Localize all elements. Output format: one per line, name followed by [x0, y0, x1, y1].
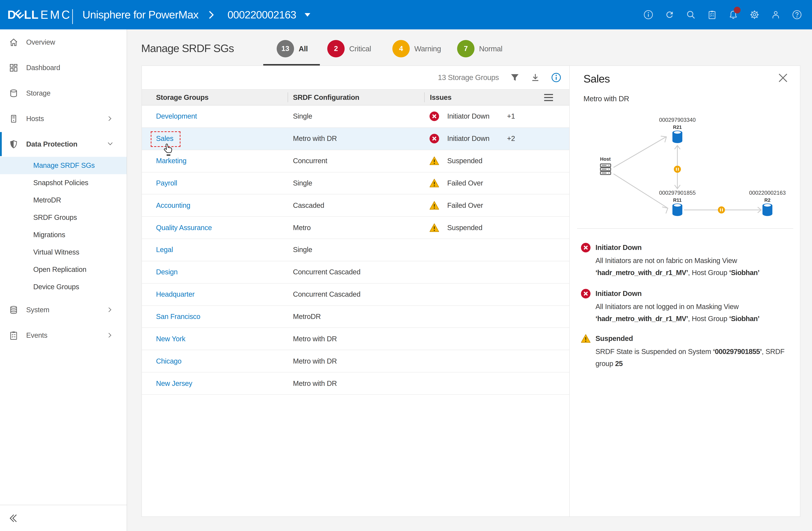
sidebar-item-data-protection[interactable]: Data Protection	[0, 131, 127, 157]
panel-subtitle: Metro with DR	[583, 95, 629, 103]
node-r2: 000220002163 R2	[749, 190, 786, 216]
close-icon[interactable]	[777, 72, 789, 84]
sidebar-subitem-metrodr[interactable]: MetroDR	[0, 191, 127, 209]
sidebar-subitem-virtual-witness[interactable]: Virtual Witness	[0, 244, 127, 261]
node-role: R21	[673, 125, 682, 130]
table-row-headquarter[interactable]: Headquarter Concurrent Cascaded	[142, 284, 569, 306]
sidebar-item-hosts[interactable]: Hosts	[0, 106, 127, 131]
column-settings-icon[interactable]	[543, 92, 554, 103]
node-role: R2	[765, 198, 771, 203]
topbar-actions	[643, 0, 802, 29]
sidebar-subitem-device-groups[interactable]: Device Groups	[0, 278, 127, 296]
error-icon	[581, 289, 591, 298]
top-bar: DELL EMC Unisphere for PowerMax 00022000…	[0, 0, 812, 29]
collapse-sidebar-icon[interactable]	[8, 513, 18, 523]
sidebar-item-events[interactable]: Events	[0, 322, 127, 348]
srdf-configuration-cell: Metro with DR	[293, 350, 337, 372]
table-row-san-francisco[interactable]: San Francisco MetroDR	[142, 306, 569, 328]
dell-wordmark: DELL	[8, 8, 39, 21]
table-row-marketing[interactable]: Marketing Concurrent Suspended	[142, 150, 569, 172]
table-row-sales[interactable]: Sales Metro with DR Initiator Down +2	[142, 128, 569, 150]
srdf-configuration-cell: Single	[293, 105, 312, 127]
issue-cell: Failed Over	[430, 195, 483, 216]
search-icon[interactable]	[686, 10, 696, 19]
dell-emc-logo[interactable]: DELL EMC	[8, 0, 72, 29]
sidebar-subitem-srdf-groups[interactable]: SRDF Groups	[0, 209, 127, 226]
storage-group-link[interactable]: Quality Assurance	[156, 217, 212, 239]
table-row-new-york[interactable]: New York Metro with DR	[142, 328, 569, 350]
host-server-icon	[9, 114, 18, 124]
help-icon[interactable]	[792, 10, 802, 19]
table-row-chicago[interactable]: Chicago Metro with DR	[142, 350, 569, 373]
alerts-bell-icon[interactable]	[728, 10, 738, 19]
mouse-cursor-hand-icon	[163, 143, 173, 157]
more-issues-count: +1	[507, 105, 515, 127]
sidebar-subitem-migrations[interactable]: Migrations	[0, 226, 127, 244]
table-row-new-jersey[interactable]: New Jersey Metro with DR	[142, 372, 569, 395]
storage-group-link[interactable]: Headquarter	[156, 284, 194, 305]
table-row-payroll[interactable]: Payroll Single Failed Over	[142, 172, 569, 195]
panel-title: Sales	[583, 73, 610, 85]
warning-icon	[430, 178, 439, 188]
settings-gear-icon[interactable]	[750, 10, 759, 19]
tab-warning[interactable]: 4 Warning	[392, 40, 441, 57]
column-header-storage-groups[interactable]: Storage Groups	[156, 89, 208, 105]
srdf-configuration-cell: Metro	[293, 217, 311, 239]
table-row-design[interactable]: Design Concurrent Cascaded	[142, 261, 569, 284]
srdf-configuration-cell: Cascaded	[293, 195, 324, 216]
table-toolbar: 13 Storage Groups	[142, 66, 569, 89]
storage-group-link[interactable]: Legal	[156, 239, 173, 261]
emc-wordmark: EMC	[40, 8, 72, 21]
sidebar-item-dashboard[interactable]: Dashboard	[0, 55, 127, 80]
storage-group-link[interactable]: New York	[156, 328, 185, 350]
column-separator	[424, 92, 424, 102]
table-body: Development Single Initiator Down +1 Sal…	[142, 105, 569, 395]
refresh-icon[interactable]	[665, 10, 675, 19]
table-row-legal[interactable]: Legal Single	[142, 239, 569, 261]
jobs-clipboard-icon[interactable]	[707, 10, 717, 19]
sidebar-subitem-snapshot-policies[interactable]: Snapshot Policies	[0, 174, 127, 191]
storage-group-link[interactable]: Design	[156, 261, 178, 283]
sidebar-subitem-open-replication[interactable]: Open Replication	[0, 261, 127, 278]
tab-all[interactable]: 13 All	[277, 40, 308, 57]
sidebar-item-system[interactable]: System	[0, 297, 127, 322]
device-switcher[interactable]: 000220002163	[228, 0, 310, 29]
tab-normal-count-badge: 7	[457, 40, 475, 57]
storage-group-link[interactable]: Chicago	[156, 350, 182, 372]
subnav-item-label: Manage SRDF SGs	[33, 161, 95, 170]
storage-groups-count: 13 Storage Groups	[438, 66, 499, 89]
issue-cell: Failed Over	[430, 172, 483, 194]
issue-label: Suspended	[447, 224, 482, 232]
storage-group-link[interactable]: San Francisco	[156, 306, 200, 328]
column-header-srdf-configuration[interactable]: SRDF Configuration	[293, 89, 359, 105]
sidebar-item-storage[interactable]: Storage	[0, 80, 127, 106]
sidebar-subitem-manage-srdf-sgs[interactable]: Manage SRDF SGs	[0, 157, 127, 174]
table-row-development[interactable]: Development Single Initiator Down +1	[142, 105, 569, 128]
tab-critical-count-badge: 2	[327, 40, 345, 57]
table-row-quality-assurance[interactable]: Quality Assurance Metro Suspended	[142, 217, 569, 239]
download-icon[interactable]	[531, 73, 540, 83]
issue-label: Failed Over	[447, 201, 483, 210]
issue-label: Failed Over	[447, 179, 483, 187]
filter-icon[interactable]	[510, 73, 520, 83]
table-row-accounting[interactable]: Accounting Cascaded Failed Over	[142, 195, 569, 217]
column-header-issues[interactable]: Issues	[430, 89, 451, 105]
storage-group-link[interactable]: New Jersey	[156, 372, 192, 394]
info-icon[interactable]	[643, 10, 653, 19]
tab-critical[interactable]: 2 Critical	[327, 40, 371, 57]
node-role: R11	[673, 198, 682, 203]
table-info-icon[interactable]	[551, 73, 561, 83]
connection-arrows	[613, 136, 761, 214]
storage-group-link[interactable]: Accounting	[156, 195, 190, 216]
subnav-item-label: Open Replication	[33, 266, 86, 274]
node-r21: 000297903340 R21	[659, 117, 696, 143]
user-icon[interactable]	[771, 10, 781, 19]
sidebar-footer	[0, 505, 127, 531]
storage-group-link[interactable]: Development	[156, 105, 197, 127]
storage-group-link[interactable]: Payroll	[156, 172, 177, 194]
issue-label: Suspended	[447, 157, 482, 165]
sidebar-item-overview[interactable]: Overview	[0, 29, 127, 55]
srdf-configuration-cell: Single	[293, 172, 312, 194]
node-serial: 000297901855	[659, 190, 696, 196]
tab-normal[interactable]: 7 Normal	[457, 40, 503, 57]
